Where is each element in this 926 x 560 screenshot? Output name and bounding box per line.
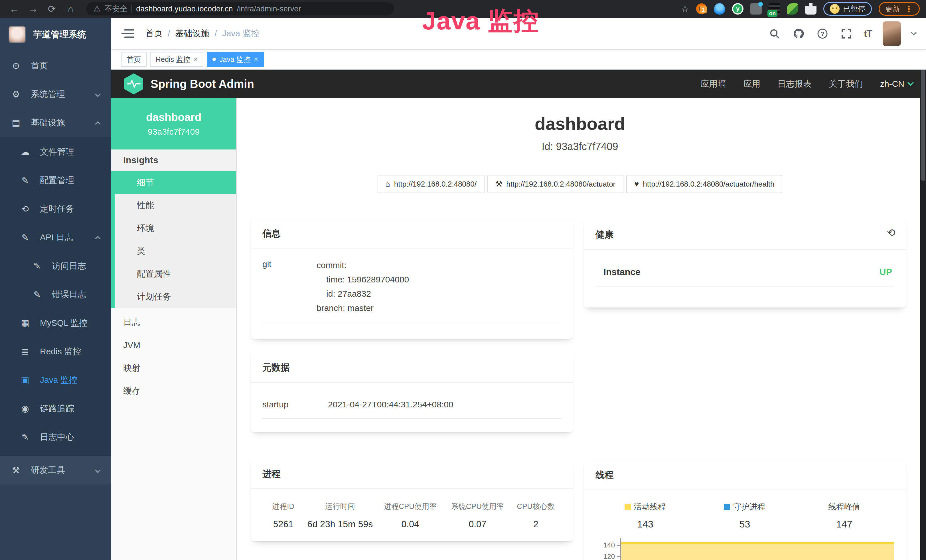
sba-menu-root: 日志 JVM 映射 缓存 [111, 308, 236, 405]
close-icon[interactable]: × [194, 55, 198, 64]
sba-logo-icon[interactable] [124, 73, 143, 94]
extensions-puzzle-icon[interactable] [805, 3, 817, 15]
sba-menu-metrics[interactable]: 性能 [115, 194, 236, 217]
actuator-url-button[interactable]: ⚒ http://192.168.0.2:48080/actuator [487, 175, 623, 193]
sba-nav-wallboard[interactable]: 应用墙 [701, 78, 726, 90]
tag-home[interactable]: 首页 [121, 52, 147, 67]
sba-menu-scheduled-tasks[interactable]: 计划任务 [115, 285, 236, 308]
sba-menu-jvm[interactable]: JVM [111, 334, 236, 357]
sba-nav-journal[interactable]: 日志报表 [778, 78, 812, 90]
sba-frame: Spring Boot Admin 应用墙 应用 日志报表 关于我们 zh-CN [111, 70, 926, 560]
edit-icon: ✎ [19, 175, 31, 186]
layers-icon: ≣ [19, 346, 31, 357]
close-icon[interactable]: × [254, 55, 258, 64]
profile-paused-chip[interactable]: 已暂停 [823, 2, 872, 16]
info-card: 信息 git commit: time: 1596289704000 id: 2… [251, 219, 573, 339]
health-card-title: 健康 [595, 229, 614, 240]
hamburger-icon[interactable] [121, 29, 134, 39]
address-bar[interactable]: ⚠ 不安全 dashboard.yudao.iocoder.cn/infra/a… [86, 2, 394, 15]
chevron-down-icon [95, 91, 101, 97]
user-avatar[interactable] [883, 21, 901, 46]
sidebar-item-home[interactable]: ⊙ 首页 [0, 51, 111, 80]
help-icon[interactable]: ? [816, 27, 829, 40]
threads-legend: 活动线程 143 守护进程 53 [595, 500, 894, 530]
extension-grid-icon[interactable] [750, 3, 762, 15]
process-card: 进程 进程ID5261 运行时间6d 23h 15m 59s 进程CPU使用率0… [251, 460, 573, 541]
extension-leaf-icon[interactable] [787, 3, 798, 15]
sidebar-item-jobs[interactable]: ⟲ 定时任务 [0, 195, 111, 223]
reload-icon[interactable]: ⟳ [44, 3, 60, 15]
extension-colorzilla-icon[interactable]: 1 [696, 3, 707, 14]
update-label: 更新 [885, 4, 900, 14]
sba-menu-caches[interactable]: 缓存 [111, 380, 236, 402]
font-size-icon[interactable]: tT [864, 28, 872, 39]
browser-update-button[interactable]: 更新 ⋮ [879, 2, 920, 16]
breadcrumb-infra[interactable]: 基础设施 [175, 28, 209, 39]
bookmark-star-icon[interactable]: ☆ [681, 3, 689, 15]
tag-redis-monitor[interactable]: Redis 监控 × [150, 52, 203, 67]
sba-language-select[interactable]: zh-CN [880, 79, 913, 89]
heartbeat-icon: ♥ [634, 180, 639, 189]
avatar-caret-icon[interactable] [911, 30, 917, 35]
sba-menu-insights[interactable]: Insights [111, 150, 236, 171]
sba-menu-details[interactable]: 细节 [115, 171, 236, 194]
history-icon[interactable]: ⟲ [887, 227, 896, 239]
forward-icon[interactable]: → [25, 3, 41, 15]
sba-menu-configprops[interactable]: 配置属性 [115, 262, 236, 285]
browser-scrollbar[interactable] [920, 18, 926, 560]
extension-pin-icon[interactable] [714, 3, 725, 15]
paused-label: 已暂停 [843, 4, 865, 14]
instance-name: dashboard [146, 111, 201, 124]
sidebar-item-system[interactable]: ⚙ 系统管理 [0, 80, 111, 108]
divider [132, 5, 132, 12]
table-icon: ▦ [19, 318, 31, 328]
search-icon[interactable] [768, 27, 781, 40]
service-url-button[interactable]: ⌂ http://192.168.0.2:48080/ [378, 175, 484, 193]
health-url-button[interactable]: ♥ http://192.168.0.2:48080/actuator/heal… [626, 175, 782, 193]
sba-menu-classes[interactable]: 类 [115, 240, 236, 262]
back-icon[interactable]: ← [6, 3, 22, 15]
github-icon[interactable] [792, 27, 805, 40]
sba-nav-about[interactable]: 关于我们 [829, 78, 863, 90]
sidebar-item-access-log[interactable]: ✎ 访问日志 [0, 251, 111, 280]
dashboard-icon: ⊙ [10, 61, 22, 71]
sidebar-item-log-center[interactable]: ✎ 日志中心 [0, 423, 111, 451]
sba-brand[interactable]: Spring Boot Admin [151, 77, 254, 91]
schedule-icon: ⟲ [19, 204, 31, 214]
sba-sidebar: dashboard 93a3fc7f7409 Insights 细节 性能 环境… [111, 98, 237, 560]
sba-menu-logfile[interactable]: 日志 [111, 311, 236, 334]
extension-green-y-icon[interactable]: y [732, 3, 743, 15]
edit-square-icon: ✎ [19, 232, 31, 243]
sidebar-item-files[interactable]: ☁ 文件管理 [0, 138, 111, 166]
sidebar-item-tracing[interactable]: ◉ 链路追踪 [0, 394, 111, 423]
kebab-menu-icon[interactable]: ⋮ [905, 4, 913, 14]
breadcrumb-home[interactable]: 首页 [145, 28, 163, 39]
legend-yellow-swatch [625, 504, 631, 510]
chevron-up-icon [95, 121, 101, 127]
sidebar-item-api-log[interactable]: ✎ API 日志 [0, 223, 111, 251]
annotation-text: Java 监控 [422, 4, 539, 38]
sba-content: dashboard Id: 93a3fc7f7409 ⌂ http://192.… [237, 98, 926, 560]
sba-instance-header[interactable]: dashboard 93a3fc7f7409 [111, 98, 236, 150]
sba-nav-applications[interactable]: 应用 [743, 78, 760, 90]
fullscreen-icon[interactable] [840, 27, 853, 40]
sidebar-item-config[interactable]: ✎ 配置管理 [0, 166, 111, 195]
active-threads-area [621, 542, 894, 560]
warning-icon: ⚠ [94, 4, 100, 14]
home-icon[interactable]: ⌂ [63, 3, 79, 15]
sidebar-item-mysql[interactable]: ▦ MySQL 监控 [0, 309, 111, 337]
sba-menu-mappings[interactable]: 映射 [111, 357, 236, 380]
extension-on-icon[interactable]: on [769, 3, 780, 15]
security-label[interactable]: 不安全 [104, 4, 127, 14]
tag-java-monitor[interactable]: Java 监控 × [207, 52, 264, 67]
sidebar-item-java[interactable]: ▣ Java 监控 [0, 366, 111, 394]
sidebar-item-error-log[interactable]: ✎ 错误日志 [0, 280, 111, 309]
sidebar-item-redis[interactable]: ≣ Redis 监控 [0, 337, 111, 366]
monitor-icon: ▤ [10, 118, 22, 128]
extension-badge: 1 [699, 6, 707, 14]
sba-menu-environment[interactable]: 环境 [115, 217, 236, 240]
status-badge: UP [879, 267, 892, 277]
sidebar-item-infra[interactable]: ▤ 基础设施 [0, 108, 111, 137]
app-logo-row[interactable]: 芋道管理系统 [0, 18, 111, 51]
sidebar-item-dev-tools[interactable]: ⚒ 研发工具 [0, 456, 111, 484]
